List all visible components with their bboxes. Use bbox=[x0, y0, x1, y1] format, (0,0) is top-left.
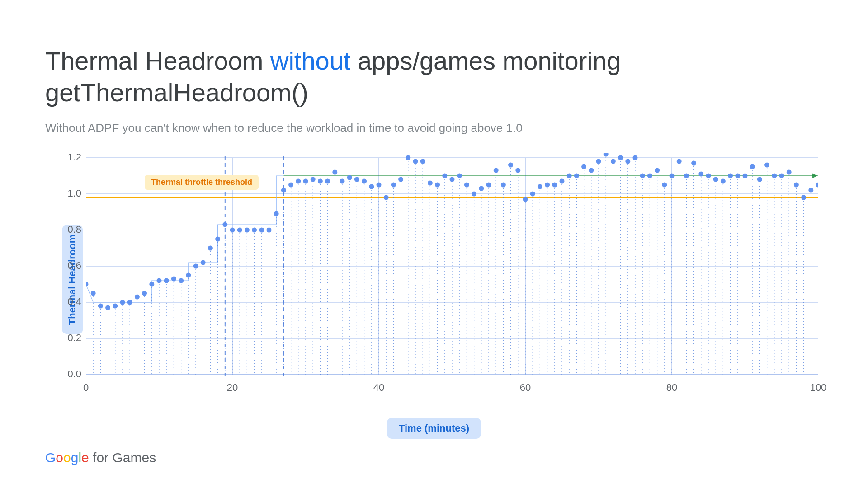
svg-point-103 bbox=[384, 195, 389, 200]
svg-point-143 bbox=[530, 192, 535, 197]
svg-point-145 bbox=[538, 184, 542, 189]
svg-point-39 bbox=[149, 282, 154, 287]
svg-point-219 bbox=[808, 188, 813, 193]
svg-point-23 bbox=[91, 291, 96, 296]
x-tick-label: 100 bbox=[809, 382, 827, 394]
svg-point-207 bbox=[764, 163, 769, 168]
svg-point-71 bbox=[267, 228, 272, 233]
svg-point-45 bbox=[171, 277, 176, 282]
svg-point-81 bbox=[303, 179, 308, 184]
svg-point-107 bbox=[398, 177, 403, 182]
svg-point-197 bbox=[728, 174, 733, 178]
footer-suffix: for Games bbox=[93, 450, 156, 465]
svg-point-221 bbox=[816, 183, 819, 188]
svg-point-87 bbox=[325, 179, 330, 184]
svg-point-191 bbox=[706, 174, 711, 178]
svg-point-29 bbox=[113, 304, 118, 309]
svg-point-117 bbox=[435, 183, 440, 188]
x-tick-label: 40 bbox=[370, 382, 388, 394]
footer-brand: Google for Games bbox=[45, 450, 156, 465]
svg-point-97 bbox=[362, 179, 367, 184]
svg-point-187 bbox=[691, 161, 696, 166]
svg-point-27 bbox=[105, 305, 110, 310]
slide-title: Thermal Headroom without apps/games moni… bbox=[45, 45, 823, 108]
svg-point-129 bbox=[479, 186, 484, 191]
svg-point-181 bbox=[670, 174, 675, 178]
y-tick-label: 0.8 bbox=[50, 224, 81, 235]
y-tick-label: 1.0 bbox=[50, 188, 81, 199]
x-tick-label: 80 bbox=[663, 382, 681, 394]
svg-point-37 bbox=[142, 291, 147, 296]
svg-point-85 bbox=[318, 179, 323, 184]
svg-point-139 bbox=[515, 168, 520, 173]
y-axis-label: Thermal Headroom bbox=[62, 225, 83, 334]
svg-point-69 bbox=[259, 228, 264, 233]
svg-point-209 bbox=[772, 174, 777, 178]
svg-point-193 bbox=[713, 177, 718, 182]
svg-point-47 bbox=[179, 278, 184, 283]
x-axis-label: Time (minutes) bbox=[387, 418, 481, 439]
svg-point-75 bbox=[281, 188, 286, 193]
svg-point-155 bbox=[574, 174, 579, 178]
y-tick-label: 0.4 bbox=[50, 296, 81, 308]
svg-point-53 bbox=[201, 260, 206, 265]
plot-area: Thermal throttle threshold 0.00.20.40.60… bbox=[86, 153, 818, 379]
svg-point-177 bbox=[655, 168, 660, 173]
svg-point-135 bbox=[501, 183, 506, 188]
svg-point-163 bbox=[604, 153, 609, 157]
svg-point-67 bbox=[252, 228, 257, 233]
brand-letter-g2: g bbox=[71, 450, 79, 465]
svg-point-113 bbox=[420, 159, 425, 164]
y-tick-label: 1.2 bbox=[50, 151, 81, 163]
slide: Thermal Headroom without apps/games moni… bbox=[0, 0, 868, 488]
y-tick-label: 0.0 bbox=[50, 368, 81, 380]
svg-point-99 bbox=[369, 184, 374, 189]
svg-point-199 bbox=[735, 174, 740, 178]
svg-point-203 bbox=[750, 164, 755, 169]
svg-point-41 bbox=[157, 278, 162, 283]
svg-point-21 bbox=[86, 282, 89, 287]
svg-point-33 bbox=[127, 300, 132, 305]
svg-point-43 bbox=[164, 278, 169, 283]
svg-point-61 bbox=[230, 228, 235, 233]
svg-point-127 bbox=[472, 192, 476, 197]
svg-point-63 bbox=[237, 228, 242, 233]
svg-point-137 bbox=[508, 163, 513, 168]
svg-point-55 bbox=[208, 246, 213, 251]
svg-point-35 bbox=[135, 295, 140, 300]
brand-letter-e: e bbox=[81, 450, 89, 465]
svg-point-159 bbox=[589, 168, 594, 173]
svg-point-73 bbox=[274, 211, 279, 216]
svg-point-109 bbox=[406, 155, 410, 160]
svg-point-115 bbox=[428, 181, 433, 186]
svg-point-141 bbox=[523, 197, 528, 202]
svg-point-153 bbox=[567, 174, 572, 178]
threshold-label: Thermal throttle threshold bbox=[145, 175, 259, 190]
y-tick-label: 0.6 bbox=[50, 260, 81, 272]
svg-point-183 bbox=[677, 159, 682, 164]
svg-point-217 bbox=[801, 195, 806, 200]
svg-point-213 bbox=[787, 170, 792, 175]
slide-subtitle: Without ADPF you can't know when to redu… bbox=[45, 121, 823, 135]
svg-point-149 bbox=[552, 183, 557, 188]
svg-point-77 bbox=[288, 183, 293, 188]
svg-point-171 bbox=[633, 155, 638, 160]
svg-point-201 bbox=[743, 174, 748, 178]
svg-point-121 bbox=[450, 177, 455, 182]
svg-point-25 bbox=[98, 304, 103, 309]
x-tick-label: 0 bbox=[77, 382, 95, 394]
svg-point-49 bbox=[186, 273, 191, 278]
svg-point-93 bbox=[347, 175, 352, 180]
brand-letter-o2: o bbox=[63, 450, 71, 465]
svg-point-65 bbox=[245, 228, 250, 233]
svg-point-111 bbox=[413, 159, 418, 164]
svg-point-205 bbox=[757, 177, 762, 182]
svg-marker-19 bbox=[812, 173, 817, 178]
svg-point-173 bbox=[640, 174, 645, 178]
svg-point-175 bbox=[647, 174, 652, 178]
y-tick-label: 0.2 bbox=[50, 332, 81, 344]
svg-point-119 bbox=[442, 174, 447, 178]
svg-point-147 bbox=[545, 183, 550, 188]
svg-point-83 bbox=[311, 177, 316, 182]
svg-point-101 bbox=[377, 183, 382, 188]
